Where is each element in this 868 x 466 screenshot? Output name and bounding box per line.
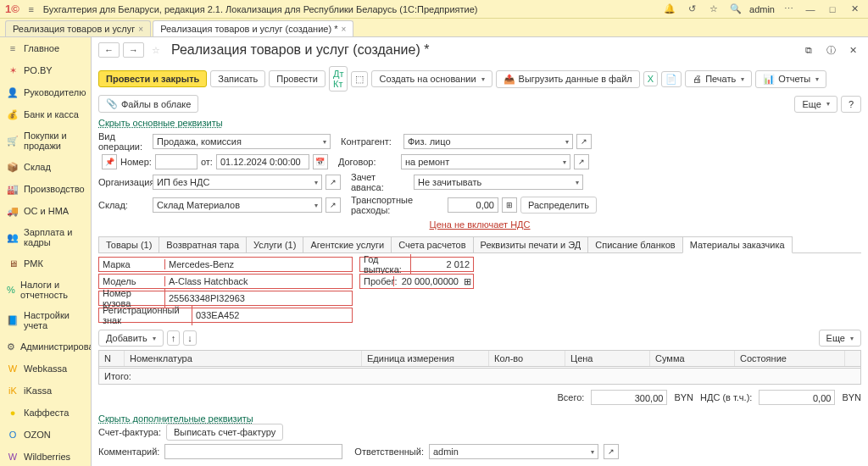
num-input[interactable] — [155, 154, 198, 169]
maximize-icon[interactable]: □ — [826, 3, 839, 16]
pin-icon[interactable]: 📌 — [102, 154, 117, 169]
sidebar-item[interactable]: ✶PO.BY — [0, 59, 91, 81]
write-button[interactable]: Записать — [210, 70, 265, 87]
god-field[interactable]: Год выпуска:2 012 — [359, 257, 474, 272]
table-more-button[interactable]: Еще — [819, 330, 861, 347]
tab-close-icon[interactable]: × — [341, 25, 346, 34]
probeg-field[interactable]: Пробег:20 000,00000⊞ — [359, 274, 474, 289]
sidebar-item[interactable]: ⚙Администрирование — [0, 336, 91, 358]
sidebar-item[interactable]: 🚚ОС и НМА — [0, 200, 91, 222]
reports-button[interactable]: 📊 Отчеты — [755, 70, 826, 88]
sidebar-item[interactable]: ●Каффеста — [0, 402, 91, 424]
tab-close-icon[interactable]: × — [138, 25, 143, 34]
dt-kt-button[interactable]: ДтКт — [329, 66, 348, 92]
sklad-input[interactable]: Склад Материалов — [153, 197, 322, 213]
create-based-button[interactable]: Создать на основании — [371, 70, 492, 87]
dog-open-button[interactable]: ↗ — [574, 154, 589, 169]
help-button[interactable]: ? — [841, 96, 861, 113]
doc-icon[interactable]: 📄 — [661, 71, 682, 87]
vat-link[interactable]: Цена не включает НДС — [98, 218, 861, 231]
close-icon[interactable]: ✕ — [848, 3, 861, 16]
vid-op-input[interactable]: Продажа, комиссия — [153, 134, 331, 149]
date-input[interactable]: 01.12.2024 0:00:00 — [216, 154, 309, 169]
sidebar-item[interactable]: 👤Руководителю — [0, 81, 91, 103]
tab[interactable]: Товары (1) — [98, 236, 159, 252]
marka-field[interactable]: МаркаMercedes-Benz — [98, 257, 353, 272]
info-icon[interactable]: ⓘ — [824, 43, 837, 57]
tab[interactable]: Счета расчетов — [391, 236, 473, 252]
export-button[interactable]: 📤 Выгрузить данные в файл — [496, 70, 640, 88]
window-tab[interactable]: Реализация товаров и услуг× — [5, 20, 151, 36]
zav-input[interactable]: Не зачитывать — [414, 175, 583, 190]
ka-input[interactable]: Физ. лицо — [403, 134, 573, 149]
calc-icon[interactable]: ⊞ — [502, 197, 517, 213]
user-label[interactable]: admin — [749, 4, 775, 14]
structure-icon[interactable]: ⬚ — [351, 71, 368, 87]
col-header[interactable]: N — [99, 351, 125, 366]
dog-input[interactable]: на ремонт — [401, 154, 570, 169]
row-down-icon[interactable]: ↓ — [183, 330, 197, 346]
sklad-open-button[interactable]: ↗ — [326, 197, 341, 213]
sidebar-item[interactable]: 👥Зарплата и кадры — [0, 222, 91, 252]
row-up-icon[interactable]: ↑ — [167, 330, 181, 346]
post-button[interactable]: Провести — [269, 70, 326, 87]
sidebar-item[interactable]: 🖥РМК — [0, 252, 91, 275]
sidebar-item[interactable]: 📘Настройки учета — [0, 305, 91, 336]
menu-icon[interactable]: ≡ — [25, 3, 38, 16]
print-button[interactable]: 🖨 Печать — [685, 70, 752, 87]
search-icon[interactable]: 🔍 — [729, 3, 743, 16]
tab[interactable]: Услуги (1) — [246, 236, 303, 252]
sidebar-item[interactable]: 📦Склад — [0, 156, 91, 178]
sidebar-item[interactable]: 🛒Покупки и продажи — [0, 125, 91, 156]
detach-icon[interactable]: ⧉ — [802, 43, 815, 57]
col-header[interactable]: Цена — [565, 351, 650, 366]
more-button[interactable]: Еще — [794, 96, 837, 113]
sidebar-item[interactable]: iKiKassa — [0, 380, 91, 402]
tr-input[interactable]: 0,00 — [448, 197, 498, 213]
col-header[interactable]: Единица измерения — [362, 351, 489, 366]
kuzov-field[interactable]: Номер кузова25563348PI32963 — [98, 291, 353, 306]
excel-icon[interactable]: X — [643, 71, 658, 86]
distribute-button[interactable]: Распределить — [520, 197, 597, 214]
tab[interactable]: Списание бланков — [587, 236, 682, 252]
reg-field[interactable]: Регистрационный знак033EA452 — [98, 308, 353, 323]
col-header[interactable]: Номенклатура — [125, 351, 362, 366]
window-tab-active[interactable]: Реализация товаров и услуг (создание) *× — [153, 20, 353, 36]
ka-open-button[interactable]: ↗ — [576, 134, 592, 149]
post-close-button[interactable]: Провести и закрыть — [98, 70, 207, 87]
col-header[interactable]: Кол-во — [489, 351, 565, 366]
col-header[interactable]: Сумма — [650, 351, 735, 366]
files-button[interactable]: 📎 Файлы в облаке — [98, 95, 198, 113]
nav-back-button[interactable]: ← — [98, 42, 120, 58]
calendar-icon[interactable]: 📅 — [313, 154, 328, 169]
resp-input[interactable]: admin — [429, 444, 598, 459]
model-field[interactable]: МодельA-Class Hatchback — [98, 274, 353, 289]
tab[interactable]: Агентские услуги — [303, 236, 392, 252]
sidebar-item[interactable]: ≡Главное — [0, 37, 91, 59]
org-open-button[interactable]: ↗ — [326, 175, 341, 190]
calc-icon[interactable]: ⊞ — [462, 276, 473, 287]
close-doc-icon[interactable]: ✕ — [846, 43, 860, 57]
sidebar-item[interactable]: %Налоги и отчетность — [0, 275, 91, 305]
resp-open-button[interactable]: ↗ — [604, 444, 619, 459]
tab[interactable]: Реквизиты печати и ЭД — [473, 236, 589, 252]
col-header[interactable]: Состояние — [735, 351, 845, 366]
add-row-button[interactable]: Добавить — [98, 330, 164, 347]
fav-star-icon[interactable]: ☆ — [149, 43, 163, 57]
sf-button[interactable]: Выписать счет-фактуру — [166, 424, 283, 441]
nav-fwd-button[interactable]: → — [123, 42, 144, 58]
sidebar-item[interactable]: 🏭Производство — [0, 178, 91, 200]
settings-icon[interactable]: ⋯ — [782, 3, 795, 16]
bell-icon[interactable]: 🔔 — [663, 3, 676, 16]
sidebar-item[interactable]: WWildberries — [0, 446, 91, 466]
tab[interactable]: Возвратная тара — [159, 236, 247, 252]
sidebar-item[interactable]: OOZON — [0, 424, 91, 446]
sidebar-item[interactable]: WWebkassa — [0, 358, 91, 380]
minimize-icon[interactable]: — — [804, 3, 817, 16]
comment-input[interactable] — [164, 444, 342, 459]
hide-extra-link[interactable]: Скрыть дополнительные реквизиты — [98, 413, 253, 424]
sidebar-item[interactable]: 💰Банк и касса — [0, 103, 91, 125]
star-icon[interactable]: ☆ — [707, 3, 721, 16]
history-icon[interactable]: ↺ — [685, 3, 698, 16]
hide-main-link[interactable]: Скрыть основные реквизиты — [92, 116, 868, 130]
